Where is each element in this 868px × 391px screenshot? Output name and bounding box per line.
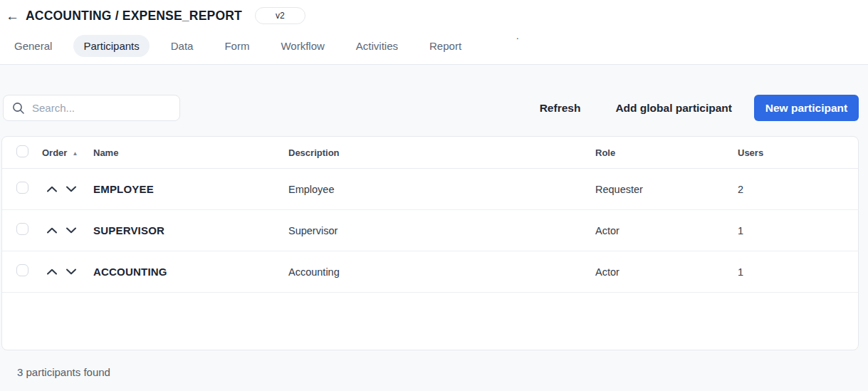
- refresh-button[interactable]: Refresh: [540, 102, 581, 115]
- move-up-button[interactable]: [45, 184, 59, 194]
- search-box[interactable]: [3, 95, 180, 121]
- results-count-text: 3 participants found: [17, 366, 868, 378]
- move-down-button[interactable]: [64, 267, 78, 276]
- participant-description: Accounting: [288, 266, 595, 278]
- column-header-role[interactable]: Role: [595, 147, 738, 158]
- select-all-checkbox[interactable]: [16, 145, 28, 157]
- tab-workflow[interactable]: Workflow: [271, 35, 334, 57]
- add-global-participant-button[interactable]: Add global participant: [615, 102, 732, 115]
- participant-users-count: 1: [738, 225, 858, 236]
- column-header-users[interactable]: Users: [738, 147, 858, 158]
- back-arrow-icon[interactable]: ←: [6, 9, 19, 23]
- sort-asc-icon: ▲: [72, 150, 78, 157]
- table-header-row: Order▲ Name Description Role Users: [2, 137, 858, 169]
- toolbar: Refresh Add global participant New parti…: [0, 65, 868, 121]
- page-title: ACCOUNTING / EXPENSE_REPORT: [26, 9, 242, 24]
- tab-form[interactable]: Form: [214, 35, 259, 57]
- row-checkbox[interactable]: [16, 223, 28, 235]
- content-area: Refresh Add global participant New parti…: [0, 65, 868, 391]
- row-checkbox[interactable]: [16, 264, 28, 276]
- move-up-button[interactable]: [45, 267, 59, 276]
- stray-dot: .: [516, 31, 519, 41]
- column-header-description[interactable]: Description: [288, 147, 595, 158]
- participant-description: Employee: [288, 184, 595, 195]
- participant-users-count: 2: [738, 184, 858, 195]
- participant-name: ACCOUNTING: [93, 266, 288, 278]
- column-header-order[interactable]: Order▲: [42, 147, 93, 158]
- chevron-up-icon: [46, 186, 58, 192]
- column-header-name[interactable]: Name: [93, 147, 288, 158]
- table-row[interactable]: ACCOUNTING Accounting Actor 1: [2, 251, 858, 293]
- chevron-up-icon: [46, 269, 58, 275]
- move-down-button[interactable]: [64, 184, 78, 194]
- chevron-down-icon: [66, 186, 77, 192]
- chevron-down-icon: [66, 227, 77, 234]
- page-header: ← ACCOUNTING / EXPENSE_REPORT v2 General…: [0, 0, 868, 65]
- new-participant-button[interactable]: New participant: [754, 95, 859, 121]
- participant-users-count: 1: [738, 266, 858, 278]
- move-up-button[interactable]: [45, 226, 59, 235]
- participant-description: Supervisor: [288, 225, 595, 236]
- table-row[interactable]: SUPERVISOR Supervisor Actor 1: [2, 210, 858, 251]
- row-checkbox[interactable]: [16, 182, 28, 194]
- participant-role: Requester: [595, 184, 738, 195]
- tab-bar: General Participants Data Form Workflow …: [0, 35, 868, 57]
- table-row[interactable]: EMPLOYEE Employee Requester 2: [2, 169, 858, 210]
- participants-table: Order▲ Name Description Role Users EMPLO…: [1, 136, 859, 350]
- title-row: ← ACCOUNTING / EXPENSE_REPORT v2: [0, 6, 868, 26]
- tab-report[interactable]: Report: [419, 35, 471, 57]
- chevron-up-icon: [46, 227, 58, 234]
- version-badge[interactable]: v2: [255, 7, 305, 24]
- participant-role: Actor: [595, 266, 738, 278]
- search-input[interactable]: [32, 102, 172, 114]
- tab-data[interactable]: Data: [161, 35, 204, 57]
- chevron-down-icon: [66, 269, 77, 275]
- participant-name: EMPLOYEE: [93, 183, 288, 195]
- search-icon: [12, 102, 25, 115]
- tab-activities[interactable]: Activities: [346, 35, 408, 57]
- participant-name: SUPERVISOR: [93, 224, 288, 236]
- toolbar-actions: Refresh Add global participant New parti…: [540, 95, 859, 121]
- participant-role: Actor: [595, 225, 738, 236]
- tab-general[interactable]: General: [4, 35, 62, 57]
- tab-participants[interactable]: Participants: [73, 35, 149, 57]
- move-down-button[interactable]: [64, 226, 78, 235]
